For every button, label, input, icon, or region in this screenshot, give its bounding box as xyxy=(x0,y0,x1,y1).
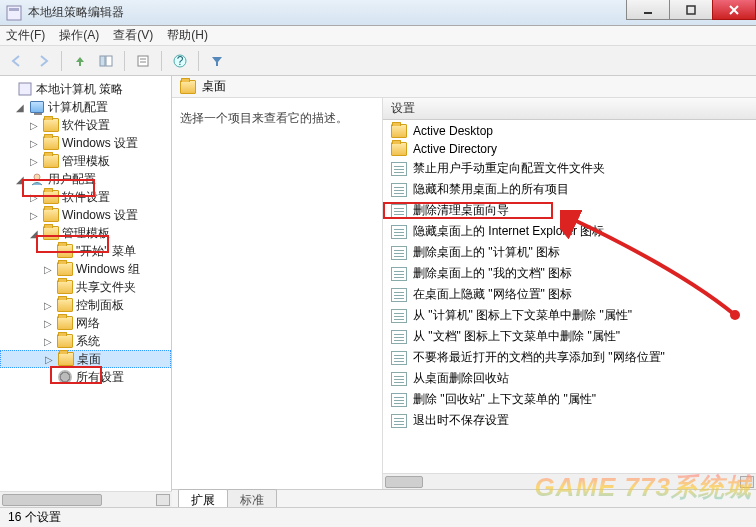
policy-item[interactable]: 禁止用户手动重定向配置文件文件夹 xyxy=(383,158,756,179)
policy-icon xyxy=(391,414,407,428)
tree-admin-templates[interactable]: ◢管理模板 xyxy=(0,224,171,242)
tree-user-config[interactable]: ◢ 用户配置 xyxy=(0,170,171,188)
svg-rect-1 xyxy=(9,8,19,11)
toolbar: ? xyxy=(0,46,756,76)
tree-item[interactable]: ▷Windows 设置 xyxy=(0,134,171,152)
settings-column-header[interactable]: 设置 xyxy=(383,98,756,120)
app-icon xyxy=(6,5,22,21)
settings-folder[interactable]: Active Desktop xyxy=(383,122,756,140)
policy-icon xyxy=(391,225,407,239)
settings-folder[interactable]: Active Directory xyxy=(383,140,756,158)
navigation-tree[interactable]: 本地计算机 策略 ◢ 计算机配置 ▷软件设置 ▷Windows 设置 ▷管理模板… xyxy=(0,76,172,511)
policy-icon xyxy=(391,183,407,197)
menu-bar: 文件(F) 操作(A) 查看(V) 帮助(H) xyxy=(0,26,756,46)
policy-icon xyxy=(391,267,407,281)
tree-item[interactable]: 共享文件夹 xyxy=(0,278,171,296)
up-button[interactable] xyxy=(69,50,91,72)
svg-rect-13 xyxy=(19,83,31,95)
policy-item[interactable]: 删除清理桌面向导 xyxy=(383,200,756,221)
folder-icon xyxy=(391,142,407,156)
help-button[interactable]: ? xyxy=(169,50,191,72)
policy-icon xyxy=(391,330,407,344)
tree-item[interactable]: ▷软件设置 xyxy=(0,188,171,206)
svg-rect-6 xyxy=(100,56,105,66)
tree-item[interactable]: ▷软件设置 xyxy=(0,116,171,134)
menu-help[interactable]: 帮助(H) xyxy=(167,27,208,44)
filter-button[interactable] xyxy=(206,50,228,72)
tree-item[interactable]: "开始" 菜单 xyxy=(0,242,171,260)
content-header: 桌面 xyxy=(172,76,756,98)
svg-rect-8 xyxy=(138,56,148,66)
policy-icon xyxy=(391,288,407,302)
folder-icon xyxy=(391,124,407,138)
tree-item[interactable]: ▷系统 xyxy=(0,332,171,350)
policy-item[interactable]: 退出时不保存设置 xyxy=(383,410,756,431)
tree-item[interactable]: ▷网络 xyxy=(0,314,171,332)
policy-icon xyxy=(391,372,407,386)
tree-item-desktop[interactable]: ▷桌面 xyxy=(0,350,171,368)
status-bar: 16 个设置 xyxy=(0,507,756,527)
svg-rect-7 xyxy=(106,56,112,66)
policy-icon xyxy=(391,162,407,176)
tree-item[interactable]: ▷控制面板 xyxy=(0,296,171,314)
description-column: 选择一个项目来查看它的描述。 xyxy=(172,98,382,489)
menu-view[interactable]: 查看(V) xyxy=(113,27,153,44)
policy-icon xyxy=(391,309,407,323)
policy-item[interactable]: 隐藏桌面上的 Internet Explorer 图标 xyxy=(383,221,756,242)
forward-button[interactable] xyxy=(32,50,54,72)
tree-root[interactable]: 本地计算机 策略 xyxy=(0,80,171,98)
policy-icon xyxy=(391,246,407,260)
gear-icon xyxy=(58,370,72,384)
settings-list[interactable]: Active Desktop Active Directory 禁止用户手动重定… xyxy=(383,120,756,473)
svg-rect-3 xyxy=(687,6,695,14)
policy-item[interactable]: 删除桌面上的 "我的文档" 图标 xyxy=(383,263,756,284)
policy-item[interactable]: 删除 "回收站" 上下文菜单的 "属性" xyxy=(383,389,756,410)
horizontal-scrollbar[interactable] xyxy=(383,473,756,489)
close-button[interactable] xyxy=(712,0,756,20)
folder-icon xyxy=(180,80,196,94)
tree-computer-config[interactable]: ◢ 计算机配置 xyxy=(0,98,171,116)
status-text: 16 个设置 xyxy=(8,509,61,526)
tree-item[interactable]: ▷Windows 组 xyxy=(0,260,171,278)
tree-all-settings[interactable]: 所有设置 xyxy=(0,368,171,386)
maximize-button[interactable] xyxy=(669,0,713,20)
tree-item[interactable]: ▷Windows 设置 xyxy=(0,206,171,224)
policy-icon xyxy=(391,351,407,365)
show-hide-tree-button[interactable] xyxy=(95,50,117,72)
tree-item[interactable]: ▷管理模板 xyxy=(0,152,171,170)
menu-file[interactable]: 文件(F) xyxy=(6,27,45,44)
properties-button[interactable] xyxy=(132,50,154,72)
policy-item[interactable]: 从 "文档" 图标上下文菜单中删除 "属性" xyxy=(383,326,756,347)
policy-item-highlighted[interactable]: 隐藏和禁用桌面上的所有项目 xyxy=(383,179,756,200)
svg-point-14 xyxy=(34,174,40,180)
policy-item[interactable]: 在桌面上隐藏 "网络位置" 图标 xyxy=(383,284,756,305)
policy-item[interactable]: 从 "计算机" 图标上下文菜单中删除 "属性" xyxy=(383,305,756,326)
back-button[interactable] xyxy=(6,50,28,72)
policy-item[interactable]: 不要将最近打开的文档的共享添加到 "网络位置" xyxy=(383,347,756,368)
content-pane: 桌面 选择一个项目来查看它的描述。 设置 Active Desktop Acti… xyxy=(172,76,756,511)
policy-icon xyxy=(391,204,407,218)
policy-icon xyxy=(391,393,407,407)
policy-item[interactable]: 从桌面删除回收站 xyxy=(383,368,756,389)
minimize-button[interactable] xyxy=(626,0,670,20)
content-title: 桌面 xyxy=(202,78,226,95)
menu-action[interactable]: 操作(A) xyxy=(59,27,99,44)
title-bar: 本地组策略编辑器 xyxy=(0,0,756,26)
tree-horizontal-scrollbar[interactable] xyxy=(0,491,172,507)
svg-text:?: ? xyxy=(177,54,184,68)
description-text: 选择一个项目来查看它的描述。 xyxy=(180,110,374,127)
policy-item[interactable]: 删除桌面上的 "计算机" 图标 xyxy=(383,242,756,263)
